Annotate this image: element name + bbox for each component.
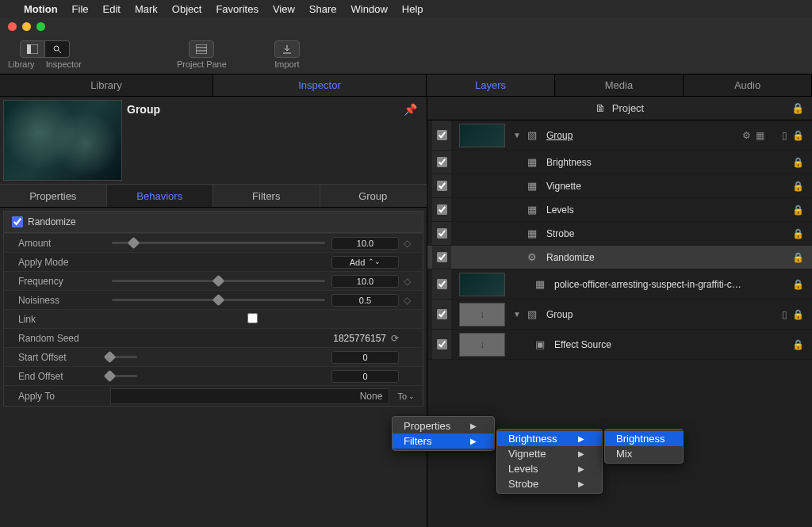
link-checkbox[interactable] [247,313,258,323]
layer-strobe[interactable]: ▦ Strobe 🔒 [427,222,812,246]
start-offset-value[interactable]: 0 [331,351,399,364]
layer-name[interactable]: Vignette [546,181,789,192]
layer-clip[interactable]: ▦ police-officer-arresting-suspect-in-gr… [427,269,812,300]
frequency-keyframe[interactable]: ◇ [399,276,415,287]
layer-effect-source[interactable]: ↓ ▣ Effect Source 🔒 [427,330,812,360]
context-menu-2[interactable]: Brightness▶ Vignette▶ Levels▶ Strobe▶ [496,429,603,494]
subtab-group[interactable]: Group [320,185,427,207]
context-menu-1[interactable]: Properties▶ Filters▶ [392,416,495,451]
amount-slider[interactable] [112,242,325,244]
ctx-levels[interactable]: Levels▶ [497,461,602,476]
regenerate-seed-icon[interactable]: ⟳ [391,333,399,344]
end-offset-slider[interactable] [105,375,137,377]
layer-cb[interactable] [437,228,447,239]
subtab-behaviors[interactable]: Behaviors [107,185,214,207]
layer-group[interactable]: ▼ ▧ Group ⚙ ▦ ▯ 🔒 [427,120,812,151]
layer-cb[interactable] [437,204,447,215]
apply-to-dropdown[interactable]: To⌄ [394,391,418,401]
layer-cb[interactable] [437,252,447,262]
lock-icon[interactable]: 🔒 [792,228,804,239]
menu-edit[interactable]: Edit [103,3,121,15]
menu-object[interactable]: Object [172,3,202,15]
behavior-header[interactable]: Randomize [3,211,423,233]
layer-name[interactable]: Randomize [546,252,789,263]
project-pane-button[interactable] [189,40,214,58]
noisiness-keyframe[interactable]: ◇ [399,295,415,306]
lock-icon[interactable]: 🔒 [791,102,804,114]
import-button[interactable] [274,40,300,58]
gear-icon[interactable]: ⚙ [742,130,751,141]
inspector-toggle[interactable] [45,40,70,58]
menu-favorites[interactable]: Favorites [216,3,258,15]
lock-icon[interactable]: 🔒 [792,130,804,141]
ctx-brightness-param[interactable]: Brightness [605,431,683,446]
ctx-brightness[interactable]: Brightness▶ [497,431,602,446]
layer-vignette[interactable]: ▦ Vignette 🔒 [427,174,812,198]
ctx-strobe[interactable]: Strobe▶ [497,476,602,491]
tab-media[interactable]: Media [555,74,684,96]
layer-cb[interactable] [437,339,447,349]
menu-window[interactable]: Window [351,3,388,15]
noisiness-slider[interactable] [112,299,325,301]
menu-share[interactable]: Share [309,3,337,15]
layer-name[interactable]: police-officer-arresting-suspect-in-graf… [554,279,789,290]
layer-name[interactable]: Group [546,309,779,320]
subtab-properties[interactable]: Properties [0,185,107,207]
apply-mode-dropdown[interactable]: Add⌃⌄ [331,256,399,269]
layer-group-checkbox[interactable] [437,130,447,140]
noisiness-value[interactable]: 0.5 [331,294,399,307]
layer-group2[interactable]: ↓ ▼ ▧ Group ▯🔒 [427,300,812,330]
behavior-enable-checkbox[interactable] [12,216,23,227]
layer-randomize[interactable]: ⚙ Randomize 🔒 [427,246,812,269]
layer-name[interactable]: Brightness [546,157,789,168]
lock-icon[interactable]: 🔒 [792,252,804,263]
ctx-vignette[interactable]: Vignette▶ [497,446,602,461]
layer-name[interactable]: Strobe [546,228,789,239]
project-header[interactable]: 🗎 Project 🔒 [427,97,812,120]
layer-name[interactable]: Effect Source [554,339,789,350]
layer-brightness[interactable]: ▦ Brightness 🔒 [427,151,812,174]
menu-help[interactable]: Help [402,3,423,15]
layer-cb[interactable] [437,279,447,289]
app-name[interactable]: Motion [24,3,58,15]
lock-icon[interactable]: 🔒 [792,181,804,192]
disclosure-icon[interactable]: ▼ [513,131,524,139]
start-offset-slider[interactable] [105,356,137,358]
ctx-mix-param[interactable]: Mix [605,446,683,461]
menu-file[interactable]: File [72,3,89,15]
minimize-button[interactable] [22,22,31,31]
lock-icon[interactable]: 🔒 [792,309,804,320]
ctx-properties[interactable]: Properties▶ [393,418,494,433]
layer-cb[interactable] [437,157,447,167]
zoom-button[interactable] [36,22,45,31]
amount-keyframe[interactable]: ◇ [399,238,415,249]
amount-value[interactable]: 10.0 [331,237,399,250]
disclosure-icon[interactable]: ▼ [513,310,524,319]
menu-view[interactable]: View [273,3,295,15]
layer-cb[interactable] [437,181,447,191]
pin-icon[interactable]: 📌 [397,100,423,119]
frequency-value[interactable]: 10.0 [331,275,399,288]
tab-audio[interactable]: Audio [684,74,812,96]
layer-name[interactable]: Levels [546,204,789,216]
mask-icon[interactable]: ▯ [782,309,787,320]
layer-levels[interactable]: ▦ Levels 🔒 [427,198,812,222]
context-menu-3[interactable]: Brightness Mix [604,429,684,464]
lock-icon[interactable]: 🔒 [792,279,804,290]
layer-cb[interactable] [437,309,447,319]
lock-icon[interactable]: 🔒 [792,204,804,216]
menu-mark[interactable]: Mark [135,3,158,15]
random-seed-value[interactable]: 1825776157 [333,333,391,344]
apply-to-field[interactable]: None [110,388,389,404]
tab-library[interactable]: Library [0,74,213,96]
ctx-filters[interactable]: Filters▶ [393,433,494,449]
end-offset-value[interactable]: 0 [331,370,399,383]
layer-group-name[interactable]: Group [546,130,739,141]
frequency-slider[interactable] [112,280,325,282]
lock-icon[interactable]: 🔒 [792,157,804,168]
mask-icon[interactable]: ▯ [782,130,787,141]
close-button[interactable] [8,22,17,31]
lock-icon[interactable]: 🔒 [792,339,804,350]
tab-inspector[interactable]: Inspector [213,74,427,96]
library-toggle[interactable] [20,40,45,58]
